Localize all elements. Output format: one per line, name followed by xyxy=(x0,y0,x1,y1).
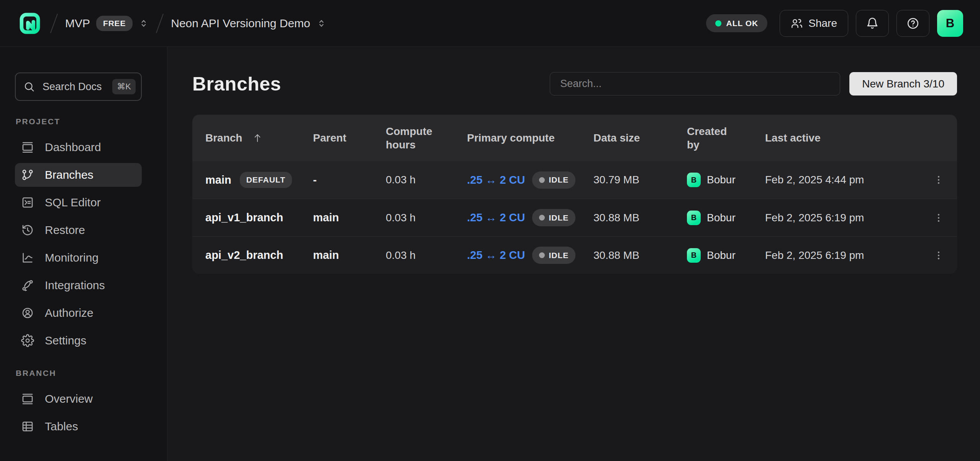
breadcrumb-slash xyxy=(50,13,58,33)
branch-name[interactable]: api_v1_branch xyxy=(205,211,283,224)
chevrons-up-down-icon xyxy=(316,18,326,28)
idle-dot xyxy=(539,177,545,183)
project-switcher[interactable]: MVP FREE xyxy=(65,16,149,31)
main-content: Branches New Branch 3/10 Branch Parent C… xyxy=(167,47,980,461)
column-header-parent[interactable]: Parent xyxy=(313,131,386,145)
table-row[interactable]: api_v1_branch main 0.03 h .25 ↔ 2 CU IDL… xyxy=(192,199,957,236)
last-active: Feb 2, 2025 4:44 pm xyxy=(765,174,922,186)
sidebar-item-label: Tables xyxy=(45,420,78,433)
compute-status-badge: IDLE xyxy=(532,171,576,189)
column-header-branch[interactable]: Branch xyxy=(205,131,242,145)
creator-avatar: B xyxy=(687,173,701,187)
branches-table: Branch Parent Compute hours Primary comp… xyxy=(192,115,957,274)
idle-label: IDLE xyxy=(549,175,569,184)
column-header-compute-hours[interactable]: Compute hours xyxy=(386,125,443,151)
window-icon xyxy=(21,392,34,405)
branch-name[interactable]: api_v2_branch xyxy=(205,249,283,262)
table-row[interactable]: api_v2_branch main 0.03 h .25 ↔ 2 CU IDL… xyxy=(192,236,957,274)
help-button[interactable] xyxy=(896,10,929,37)
sidebar-item-label: Dashboard xyxy=(45,141,101,154)
last-active: Feb 2, 2025 6:19 pm xyxy=(765,249,922,262)
share-button[interactable]: Share xyxy=(780,10,848,37)
sidebar-item-authorize[interactable]: Authorize xyxy=(15,301,142,325)
default-badge: DEFAULT xyxy=(240,172,292,188)
status-badge[interactable]: ALL OK xyxy=(706,14,768,32)
branch-nav: Overview Tables xyxy=(0,387,167,438)
avatar-initial: B xyxy=(946,16,954,30)
search-docs-button[interactable]: Search Docs ⌘K xyxy=(15,72,142,101)
compute-units-link[interactable]: .25 ↔ 2 CU xyxy=(467,249,525,262)
sidebar-item-tables[interactable]: Tables xyxy=(15,415,142,438)
parent-branch: main xyxy=(313,211,386,224)
plan-badge: FREE xyxy=(96,16,133,31)
sidebar-item-settings[interactable]: Settings xyxy=(15,329,142,352)
branch-switcher[interactable]: Neon API Versioning Demo xyxy=(171,17,326,30)
data-size: 30.88 MB xyxy=(593,249,687,262)
creator-avatar: B xyxy=(687,211,701,225)
sidebar-item-dashboard[interactable]: Dashboard xyxy=(15,135,142,159)
dashboard-icon xyxy=(21,141,34,154)
sync-nodes-icon xyxy=(21,279,34,292)
idle-label: IDLE xyxy=(549,251,569,260)
row-menu-button[interactable] xyxy=(927,206,950,229)
neon-logo-icon[interactable] xyxy=(18,11,43,36)
breadcrumb-branch-name: Neon API Versioning Demo xyxy=(171,17,310,30)
sidebar-item-sql-editor[interactable]: SQL Editor xyxy=(15,191,142,214)
branch-name[interactable]: main xyxy=(205,174,231,186)
gear-icon xyxy=(21,334,34,347)
top-bar: MVP FREE Neon API Versioning Demo ALL OK… xyxy=(0,0,980,47)
creator-name: Bobur xyxy=(707,174,736,186)
help-circle-icon xyxy=(906,17,919,30)
sort-ascending-icon[interactable] xyxy=(252,133,263,143)
table-row[interactable]: main DEFAULT - 0.03 h .25 ↔ 2 CU IDLE 30… xyxy=(192,161,957,199)
sidebar-item-monitoring[interactable]: Monitoring xyxy=(15,246,142,270)
compute-status-badge: IDLE xyxy=(532,209,576,226)
breadcrumb-slash xyxy=(156,13,164,33)
new-branch-button[interactable]: New Branch 3/10 xyxy=(849,72,957,95)
section-label-project: PROJECT xyxy=(16,117,167,126)
user-circle-icon xyxy=(21,306,34,319)
table-icon xyxy=(21,420,34,433)
branch-search-input[interactable] xyxy=(550,72,840,95)
notifications-button[interactable] xyxy=(856,10,889,37)
last-active: Feb 2, 2025 6:19 pm xyxy=(765,212,922,224)
sidebar-item-integrations[interactable]: Integrations xyxy=(15,273,142,297)
sidebar-item-label: Branches xyxy=(45,168,93,181)
section-label-branch: BRANCH xyxy=(16,369,167,378)
column-header-created-by[interactable]: Created by xyxy=(687,125,733,151)
parent-branch: - xyxy=(313,174,386,186)
idle-dot xyxy=(539,252,545,258)
compute-units-link[interactable]: .25 ↔ 2 CU xyxy=(467,211,525,224)
status-ok-dot xyxy=(715,20,721,26)
keyboard-shortcut-badge: ⌘K xyxy=(112,79,136,94)
column-header-data-size[interactable]: Data size xyxy=(593,131,687,145)
row-menu-button[interactable] xyxy=(927,168,950,191)
history-clock-icon xyxy=(21,224,34,237)
compute-units-link[interactable]: .25 ↔ 2 CU xyxy=(467,174,525,186)
creator-name: Bobur xyxy=(707,212,736,224)
data-size: 30.79 MB xyxy=(593,174,687,186)
column-header-primary-compute[interactable]: Primary compute xyxy=(467,131,593,145)
chevrons-up-down-icon xyxy=(139,18,149,28)
sidebar-item-label: Monitoring xyxy=(45,251,98,264)
creator-avatar: B xyxy=(687,248,701,263)
share-label: Share xyxy=(808,17,837,30)
data-size: 30.88 MB xyxy=(593,212,687,224)
sidebar-item-branches[interactable]: Branches xyxy=(15,163,142,187)
sidebar-item-overview[interactable]: Overview xyxy=(15,387,142,411)
compute-hours: 0.03 h xyxy=(386,249,467,262)
row-menu-button[interactable] xyxy=(927,244,950,267)
parent-branch: main xyxy=(313,249,386,262)
sidebar-item-label: Overview xyxy=(45,392,93,405)
sidebar-item-restore[interactable]: Restore xyxy=(15,218,142,242)
sidebar-item-label: Restore xyxy=(45,224,85,237)
column-header-last-active[interactable]: Last active xyxy=(765,131,922,145)
project-nav: Dashboard Branches SQL Editor Restore xyxy=(0,135,167,352)
idle-dot xyxy=(539,215,545,221)
table-header-row: Branch Parent Compute hours Primary comp… xyxy=(192,115,957,161)
sidebar-item-label: Settings xyxy=(45,334,86,347)
sidebar-item-label: SQL Editor xyxy=(45,196,101,209)
search-icon xyxy=(23,81,35,92)
compute-hours: 0.03 h xyxy=(386,174,467,186)
user-avatar[interactable]: B xyxy=(937,10,963,37)
